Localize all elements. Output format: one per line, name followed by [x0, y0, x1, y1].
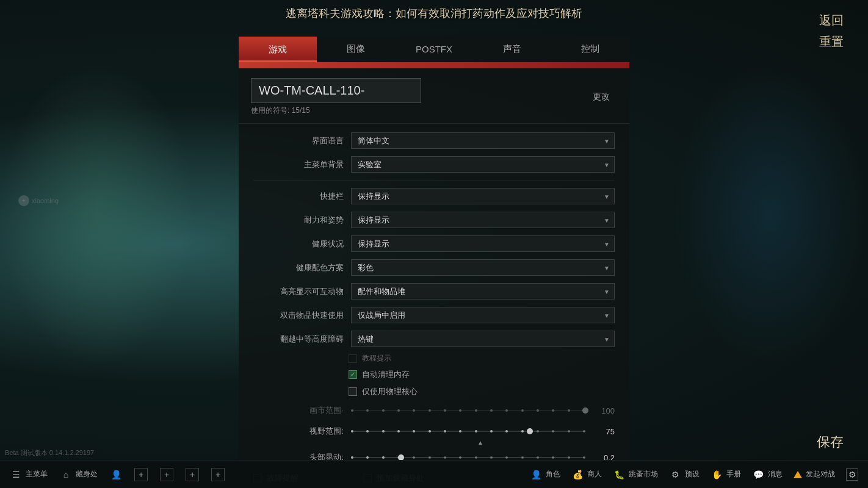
hint-label: 教程提示: [362, 353, 391, 364]
setting-row-stamina: 耐力和姿势 保持显示 ▼: [239, 208, 629, 232]
setting-control-highlight: 配件和物品堆 ▼: [351, 283, 615, 300]
setting-label-stamina: 耐力和姿势: [253, 215, 351, 226]
select-health[interactable]: 保持显示: [351, 235, 615, 252]
bottom-item-message[interactable]: 💬 消息: [752, 468, 783, 481]
setting-row-highlight: 高亮显示可互动物 配件和物品堆 ▼: [239, 279, 629, 303]
bottom-item-merchant[interactable]: 💰 商人: [571, 468, 602, 481]
bottom-item-preset[interactable]: ⚙ 预设: [669, 468, 700, 481]
bottom-item-manual[interactable]: ✋ 手册: [711, 468, 741, 481]
setting-control-language: 简体中文 ▼: [351, 132, 615, 149]
setting-label-vault: 翻越中等高度障碍: [253, 334, 351, 345]
setting-row-health: 健康状况 保持显示 ▼: [239, 232, 629, 256]
setting-row-hotbar: 快捷栏 保持显示 ▼: [239, 184, 629, 208]
setting-control-hotbar: 保持显示 ▼: [351, 188, 615, 204]
tab-bar: 游戏 图像 POSTFX 声音 控制: [239, 37, 629, 62]
checkbox-label-auto-clean[interactable]: ✓ 自动清理内存: [349, 369, 410, 380]
tab-graphics[interactable]: 图像: [317, 37, 395, 62]
bg-blur-right: [673, 61, 868, 366]
add-icon-3: +: [186, 468, 199, 481]
save-button[interactable]: 保存: [817, 433, 844, 451]
setting-label-health-color: 健康配色方案: [253, 262, 351, 273]
setting-control-vault: 热键 ▼: [351, 331, 615, 347]
slider-render-range[interactable]: [351, 410, 585, 411]
tab-game[interactable]: 游戏: [239, 37, 317, 62]
slider-value-fov: 75: [590, 427, 615, 436]
bottom-item-battle[interactable]: 发起对战: [794, 469, 835, 479]
profile-section: 使用的符号: 15/15 更改: [239, 68, 629, 124]
char-count: 使用的符号: 15/15: [251, 106, 576, 116]
setting-label-health: 健康状况: [253, 239, 351, 249]
settings-area: 界面语言 简体中文 ▼ 主菜单背景 实验室 ▼ 快捷栏: [239, 124, 629, 488]
setting-control-stamina: 保持显示 ▼: [351, 212, 615, 228]
merchant-icon: 💰: [571, 468, 584, 481]
setting-control-health: 保持显示 ▼: [351, 235, 615, 252]
select-language[interactable]: 简体中文: [351, 132, 615, 149]
tab-sound[interactable]: 声音: [473, 37, 551, 62]
settings-panel: 游戏 图像 POSTFX 声音 控制 使用的符号: 15/15 更改 界: [239, 37, 629, 488]
select-highlight[interactable]: 配件和物品堆: [351, 283, 615, 300]
hint-checkbox[interactable]: [349, 354, 357, 363]
add-icon-1: +: [134, 468, 148, 481]
add-icon-2: +: [160, 468, 173, 481]
beta-version-text: Beta 测试版本 0.14.1.2.29197: [5, 448, 94, 458]
setting-row-menu-bg: 主菜单背景 实验室 ▼: [239, 152, 629, 176]
bottom-right-items: 👤 角色 💰 商人 🐛 跳蚤市场 ⚙ 预设 ✋ 手册 💬 消息 发起对战: [530, 468, 858, 481]
reset-button[interactable]: 重置: [819, 34, 844, 50]
checkbox-physics[interactable]: [349, 387, 357, 396]
manual-icon: ✋: [711, 468, 723, 481]
select-double-click[interactable]: 仅战局中启用: [351, 307, 615, 323]
add-icon-4: +: [211, 468, 225, 481]
checkbox-row-physics: 仅使用物理核心: [239, 383, 629, 400]
bottom-item-add4[interactable]: +: [211, 468, 225, 481]
divider-1: [253, 180, 615, 181]
warning-icon: [794, 471, 802, 478]
slider-track-render-range: 100: [351, 406, 615, 415]
setting-label-language: 界面语言: [253, 135, 351, 146]
select-vault[interactable]: 热键: [351, 331, 615, 347]
message-icon: 💬: [752, 468, 764, 481]
setting-control-double-click: 仅战局中启用 ▼: [351, 307, 615, 323]
slider-track-fov: 75: [351, 427, 615, 436]
slider-thumb-render[interactable]: [582, 407, 588, 414]
bottom-item-settings-gear[interactable]: ⚙: [846, 468, 858, 481]
character-icon: 👤: [110, 468, 122, 481]
bottom-item-add1[interactable]: +: [134, 468, 148, 481]
tab-controls[interactable]: 控制: [551, 37, 629, 62]
slider-thumb-fov[interactable]: [527, 428, 533, 434]
slider-head-sway[interactable]: [351, 457, 585, 458]
bottom-item-flea-market[interactable]: 🐛 跳蚤市场: [613, 468, 658, 481]
bottom-bar: ☰ 主菜单 ⌂ 藏身处 👤 + + + + 👤 角色 💰 商人 🐛 跳蚤市场 ⚙: [0, 460, 868, 488]
checkbox-label-physics[interactable]: 仅使用物理核心: [349, 386, 418, 397]
bottom-item-character[interactable]: 👤: [110, 468, 122, 481]
page-title: 逃离塔科夫游戏攻略：如何有效取消打药动作及应对技巧解析: [286, 6, 582, 21]
setting-control-menu-bg: 实验室 ▼: [351, 156, 615, 173]
role-icon: 👤: [530, 468, 542, 481]
tab-postfx[interactable]: POSTFX: [395, 37, 473, 62]
setting-label-double-click: 双击物品快速使用: [253, 310, 351, 321]
setting-row-vault: 翻越中等高度障碍 热键 ▼: [239, 327, 629, 351]
hideout-icon: ⌂: [60, 468, 72, 481]
hint-row: 教程提示: [239, 351, 629, 366]
setting-label-menu-bg: 主菜单背景: [253, 159, 351, 170]
back-button[interactable]: 返回: [819, 12, 844, 29]
select-menu-bg[interactable]: 实验室: [351, 156, 615, 173]
top-right-actions: 返回 重置: [819, 12, 844, 50]
bottom-item-add3[interactable]: +: [186, 468, 199, 481]
bottom-item-hideout[interactable]: ⌂ 藏身处: [60, 468, 98, 481]
watermark-icon: ✦: [18, 195, 29, 206]
checkbox-auto-clean[interactable]: ✓: [349, 370, 357, 379]
bg-blur-left: [0, 61, 195, 366]
profile-name-input[interactable]: [251, 78, 421, 103]
bottom-item-add2[interactable]: +: [160, 468, 173, 481]
flea-market-icon: 🐛: [613, 468, 625, 481]
select-hotbar[interactable]: 保持显示: [351, 188, 615, 204]
accent-bar: [239, 62, 629, 68]
select-health-color[interactable]: 彩色: [351, 259, 615, 276]
checkbox-row-auto-clean: ✓ 自动清理内存: [239, 366, 629, 383]
bottom-item-main-menu[interactable]: ☰ 主菜单: [10, 468, 48, 481]
setting-row-language: 界面语言 简体中文 ▼: [239, 129, 629, 152]
select-stamina[interactable]: 保持显示: [351, 212, 615, 228]
slider-fov[interactable]: [351, 431, 585, 432]
bottom-item-role[interactable]: 👤 角色: [530, 468, 560, 481]
profile-edit-button[interactable]: 更改: [585, 87, 617, 107]
